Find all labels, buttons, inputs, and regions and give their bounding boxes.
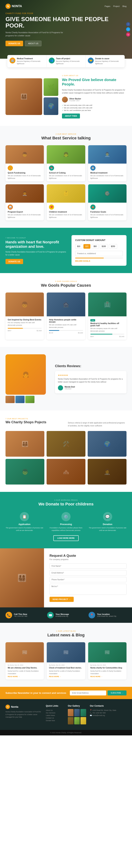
quote-submit-btn[interactable]: SEND PROJECT →	[50, 597, 74, 602]
blog-2-image: 📰	[47, 642, 85, 662]
service-3-desc: We are constitution more of 10 of Democr…	[90, 175, 124, 180]
about-title: We Proved Give believe donate People.	[62, 78, 127, 86]
gallery-thumb-6[interactable]	[80, 717, 86, 724]
service-2: 👧 📚 School of Coking We are constitution…	[47, 145, 85, 181]
donate-button[interactable]: DONATE US	[5, 41, 23, 46]
contact-strip: 📞 Call This Now +91 1234 567 890 ✉️ Your…	[0, 608, 132, 623]
contact-location: 📍 Your location 1230 Road Rd, Street Cit…	[89, 612, 127, 618]
gallery-thumb-1[interactable]	[68, 709, 73, 716]
donate-form: CUSTOM DONAT AMOUNT $10 $20 $50 $100 $25…	[71, 235, 127, 266]
child-2-name: Processing	[47, 523, 85, 526]
footer-link-2[interactable]: Our Services	[46, 712, 64, 714]
gallery-thumb-4[interactable]	[68, 717, 73, 724]
gallery-thumb-2[interactable]	[74, 709, 80, 716]
child-2-desc: Foundation of process Activities please …	[47, 527, 85, 532]
quote-notes-input[interactable]	[50, 584, 127, 595]
service-5-name: Children treatment	[49, 211, 83, 213]
contact-email-title: Your Message	[56, 613, 69, 615]
quote-form: Request A Quote For company programs SEN…	[44, 548, 132, 608]
feature-medical-title: Medical Treatment	[17, 58, 44, 60]
feature-donate-desc: Become Dignitary of Democratic lighthous…	[95, 60, 123, 65]
children-section: 3 OUR WORKING PROCS We Donate to Poor ch…	[0, 492, 132, 548]
checklist-item-1: We are community raise 10% rate until	[62, 104, 127, 106]
newsletter-text: Subscribe Newsletter in your to connect …	[5, 691, 66, 694]
service-2-name: School of Coking	[49, 172, 83, 174]
footer-link-4[interactable]: Contact Us	[46, 717, 64, 719]
amount-250[interactable]: $250	[109, 244, 117, 249]
cause-3-progress	[90, 334, 124, 335]
children-title: We Donate to Poor childrens	[5, 502, 127, 506]
amount-100[interactable]: $100	[100, 244, 108, 249]
testimonial-role: Volunteer	[65, 388, 75, 390]
donate-goal: $50,000 GOALS	[75, 260, 123, 262]
amount-50[interactable]: $50	[92, 244, 99, 249]
footer-gallery-title: Our Gallery	[68, 705, 86, 707]
facebook-icon[interactable]: f	[126, 22, 130, 26]
newsletter-section: Subscribe Newsletter in your to connect …	[0, 687, 132, 699]
footer-link-5[interactable]: Donate Now	[46, 719, 64, 722]
twitter-icon[interactable]: t	[126, 27, 130, 31]
blog-3-desc: Nonta fund for a wide of charity foundat…	[90, 670, 124, 675]
blog-2-read-more[interactable]: READ MORE →	[49, 676, 61, 678]
cause-1-image: 👦	[5, 292, 44, 316]
service-1-icon: 💰	[8, 165, 13, 170]
checklist-item-3: We for, and constitution you are here	[62, 109, 127, 112]
donate-main-btn[interactable]: DONATE US	[5, 259, 23, 264]
quote-phone-input[interactable]	[50, 577, 127, 582]
services-tag: 2 OUR BEST SERVICE	[5, 133, 127, 135]
copyright-text: © 2022 Nonta Charity. All Rights Reserve…	[50, 732, 82, 734]
team-icon: 👥	[49, 58, 55, 63]
footer-link-3[interactable]: Latest News	[46, 714, 64, 717]
service-3-image: 👨‍⚕️	[88, 145, 127, 163]
feature-donate-title: Donate to cause	[95, 58, 123, 60]
project-2: 🛠️	[46, 431, 86, 457]
contact-phone-value: +91 1234 567 890	[14, 615, 27, 617]
instagram-icon[interactable]: ig	[126, 32, 130, 36]
gallery-thumb-5[interactable]	[74, 717, 80, 724]
gallery-thumb-3[interactable]	[80, 709, 86, 716]
service-4: 👨‍💼 📊 Program Export We are constitution…	[5, 184, 44, 220]
about-tag: 1 OUR ABOUT US	[62, 75, 127, 76]
hero-title: Give Someone Hand The People Poor.	[5, 16, 127, 29]
load-more-btn[interactable]: LOAD MORE MORE	[53, 535, 79, 541]
about-btn[interactable]: ABOUT THEN	[62, 114, 80, 119]
service-4-image: 👨‍💼	[5, 184, 44, 203]
newsletter-input[interactable]	[70, 690, 106, 695]
quote-email-input[interactable]	[50, 570, 127, 576]
testimonial-card: ★★★★★ Nonta Charity foundation Associati…	[55, 371, 127, 393]
child-3: 💬 Donation The government need to founda…	[89, 512, 127, 532]
about-button[interactable]: ABOUT US	[25, 41, 41, 46]
cause-3-image: 🏥	[88, 292, 127, 316]
author-role: Founder CEO	[69, 100, 81, 102]
newsletter-submit-btn[interactable]: SUBSCRIBE →	[108, 690, 127, 695]
services-grid: 👦 💰 Quick Fundraising We are constitutio…	[5, 145, 127, 220]
project-4: 👦	[5, 459, 44, 485]
nav-project[interactable]: Project	[113, 5, 120, 7]
nav-pages[interactable]: Pages	[105, 5, 110, 7]
service-6-desc: We are constitution more of 10 of Democr…	[90, 214, 124, 219]
testimonial-author-name: Wanda Doel	[65, 386, 75, 388]
causes-tag: 3 OUR CAUSES GOALS	[5, 280, 127, 282]
amount-10[interactable]: $10	[75, 244, 82, 249]
about-main-image: 👨‍👩‍👧‍👦	[5, 78, 42, 115]
blog-1-read-more[interactable]: READ MORE →	[8, 676, 20, 678]
contact-phone-info: Call This Now +91 1234 567 890	[14, 613, 27, 617]
quote-name-input[interactable]	[50, 563, 127, 569]
blog-2-desc: Nonta fund for a wide of charity foundat…	[49, 670, 83, 675]
amount-20[interactable]: $20	[84, 244, 91, 249]
blog-3-read-more[interactable]: READ MORE →	[90, 676, 103, 678]
cause-3-meta: $697 $2,640	[90, 336, 124, 337]
blog-2: 📰 By Nonta, Nov 22, 2022 Check of treatm…	[47, 642, 85, 679]
cause-2-image: 🏚️	[47, 292, 85, 316]
feature-medical-desc: Become Dignitary of Democratic lighthous…	[17, 60, 44, 65]
header: N NONTA Pages Project Blog	[5, 4, 127, 9]
custom-amount-input[interactable]	[75, 251, 123, 256]
cause-1-bar	[8, 328, 23, 329]
causes-grid: 👦 Get Inspired by Giving Best Events For…	[5, 292, 127, 340]
service-3-icon: 🏥	[90, 165, 96, 170]
site-logo: N NONTA	[5, 4, 22, 9]
cause-3-name: Medical & healthy facilities off goals h…	[90, 322, 124, 327]
footer-link-1[interactable]: About Us	[46, 709, 64, 712]
cause-1-progress	[8, 328, 42, 329]
nav-blog[interactable]: Blog	[123, 5, 127, 7]
